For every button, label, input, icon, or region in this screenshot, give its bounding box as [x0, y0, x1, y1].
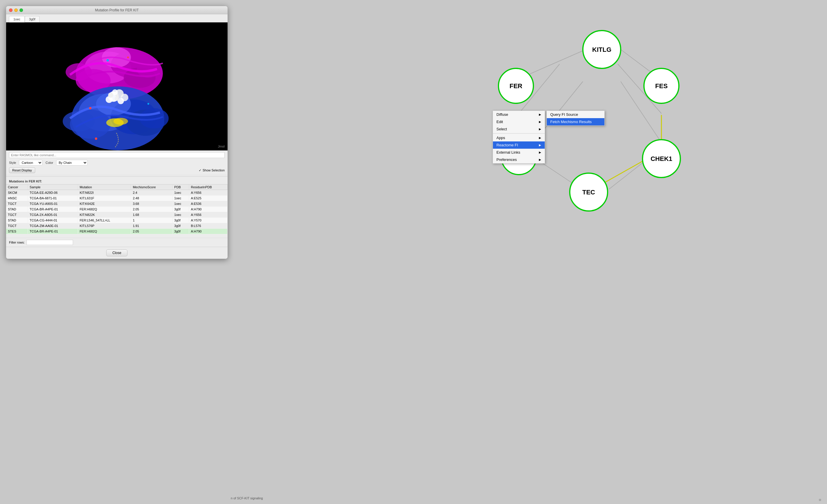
- svg-point-27: [127, 56, 129, 58]
- style-select[interactable]: Cartoon Wireframe Spacefill Ribbon Backb…: [19, 160, 43, 165]
- minimize-button-mac[interactable]: [14, 8, 18, 12]
- arrow-icon-edit: ▶: [539, 120, 541, 123]
- menu-item-apps[interactable]: Apps ▶: [493, 134, 545, 141]
- cell-residue: A:Y570: [189, 218, 227, 223]
- menu-item-diffuse[interactable]: Diffuse ▶: [493, 111, 545, 118]
- svg-point-21: [108, 93, 113, 98]
- cell-mutation: FER:H682Q: [78, 229, 131, 234]
- show-selection-container: ✓ Show Selection: [199, 168, 225, 172]
- cell-cancer: TGCT: [6, 201, 28, 207]
- table-row[interactable]: STESTCGA-BR-A4PE-01FER:H682Q2.053g0fA:H7…: [6, 229, 228, 234]
- cell-mutation: FER:L546_547LL>LL: [78, 218, 131, 223]
- maximize-button-mac[interactable]: [19, 8, 23, 12]
- scroll-indicator[interactable]: [819, 499, 821, 501]
- cell-pdb: 3g0f: [172, 229, 189, 234]
- menu-separator-1: [493, 133, 545, 134]
- cell-sample: TCGA-BR-A4PE-01: [28, 207, 78, 212]
- cell-sample: TCGA-YU-A90S-01: [28, 201, 78, 207]
- cell-score: 1.68: [131, 212, 172, 218]
- svg-point-26: [106, 59, 109, 61]
- cell-sample: TCGA-BR-A4PE-01: [28, 229, 78, 234]
- submenu-fetch-mechismo[interactable]: Fetch Mechismo Results: [547, 118, 604, 125]
- menu-item-preferences[interactable]: Preferences ▶: [493, 156, 545, 163]
- arrow-icon-preferences: ▶: [539, 158, 541, 161]
- window-title: Mutation Profile for FER KIT: [95, 8, 139, 12]
- context-menu[interactable]: Diffuse ▶ Edit ▶ Select ▶ Apps ▶ Reactom…: [493, 111, 545, 163]
- close-button[interactable]: Close: [106, 249, 128, 256]
- arrow-icon-apps: ▶: [539, 136, 541, 139]
- filter-row: Filter rows:: [6, 238, 228, 247]
- table-row[interactable]: SKCMTCGA-EE-A29D-06KIT:N822I2.41oecA:Y65…: [6, 190, 228, 196]
- tab-3g0f[interactable]: 3g0f: [25, 16, 40, 22]
- svg-point-25: [113, 118, 128, 125]
- menu-label-external-links: External Links: [496, 150, 520, 154]
- tab-bar: 1oec 3g0f: [6, 14, 228, 22]
- menu-item-edit[interactable]: Edit ▶: [493, 118, 545, 125]
- reset-row: Reset Display ✓ Show Selection: [9, 167, 225, 173]
- menu-label-diffuse: Diffuse: [496, 112, 508, 117]
- cell-score: 2.05: [131, 207, 172, 212]
- cell-cancer: TGCT: [6, 223, 28, 229]
- table-header-row: Cancer Sample Mutation MechismoScore PDB…: [6, 185, 228, 190]
- submenu-query-fi-source[interactable]: Query FI Source: [547, 111, 604, 118]
- mutation-profile-window: Mutation Profile for FER KIT 1oec 3g0f: [6, 6, 228, 259]
- cell-sample: TCGA-CG-4444-01: [28, 218, 78, 223]
- table-row[interactable]: TGCTTCGA-2X-A9D5-01KIT:N822K1.681oecA:Y6…: [6, 212, 228, 218]
- style-label: Style: [9, 161, 16, 164]
- svg-point-29: [148, 103, 149, 105]
- cell-pdb: 1oec: [172, 212, 189, 218]
- filter-input[interactable]: [27, 240, 73, 245]
- rasmol-command-input[interactable]: [9, 152, 225, 158]
- color-select[interactable]: By Chain By Residue By Temperature By St…: [56, 160, 88, 165]
- cell-score: 3.68: [131, 201, 172, 207]
- network-panel: KITLG FES FER KIT CHEK1 TEC Diffuse ▶ Ed…: [228, 0, 827, 504]
- reactome-fi-submenu[interactable]: Query FI Source Fetch Mechismo Results: [546, 111, 605, 126]
- menu-label-edit: Edit: [496, 119, 503, 124]
- cell-residue: A:E525: [189, 196, 227, 201]
- table-row[interactable]: STADTCGA-BR-A4PE-01FER:H682Q2.053g0fA:H7…: [6, 207, 228, 212]
- cell-pdb: 3g0f: [172, 223, 189, 229]
- cell-cancer: TGCT: [6, 212, 28, 218]
- table-row[interactable]: HNSCTCGA-BA-6871-01KIT:L631F2.481oecA:E5…: [6, 196, 228, 201]
- arrow-icon-diffuse: ▶: [539, 113, 541, 116]
- cell-residue: B:L576: [189, 223, 227, 229]
- window-titlebar: Mutation Profile for FER KIT: [6, 6, 228, 14]
- menu-label-reactome-fi: Reactome FI: [496, 143, 518, 147]
- filter-label: Filter rows:: [9, 241, 25, 244]
- cell-mutation: KIT:N822I: [78, 190, 131, 196]
- close-button-mac[interactable]: [9, 8, 12, 12]
- svg-point-30: [95, 138, 97, 140]
- tab-1oec[interactable]: 1oec: [9, 16, 25, 22]
- checkmark-icon: ✓: [199, 168, 201, 172]
- table-row[interactable]: TGCTTCGA-YU-A90S-01KIT:K642E3.681oecA:E5…: [6, 201, 228, 207]
- cell-cancer: STAD: [6, 207, 28, 212]
- menu-label-select: Select: [496, 127, 507, 131]
- cell-score: 2.4: [131, 190, 172, 196]
- menu-item-select[interactable]: Select ▶: [493, 125, 545, 133]
- table-row[interactable]: STADTCGA-CG-4444-01FER:L546_547LL>LL13g0…: [6, 218, 228, 223]
- svg-text:KITLG: KITLG: [592, 46, 612, 53]
- cell-cancer: SKCM: [6, 190, 28, 196]
- svg-point-28: [89, 107, 91, 109]
- cell-mutation: KIT:K642E: [78, 201, 131, 207]
- status-bar: n of SCF-KIT signaling: [228, 495, 266, 501]
- mutations-title: Mutations in FER KIT:: [6, 178, 228, 184]
- submenu-label-fetch-mechismo: Fetch Mechismo Results: [550, 119, 592, 124]
- cell-residue: A:E536: [189, 201, 227, 207]
- menu-item-reactome-fi[interactable]: Reactome FI ▶: [493, 141, 545, 149]
- svg-text:CHEK1: CHEK1: [651, 155, 673, 162]
- bottom-bar: Close: [6, 247, 228, 259]
- cell-sample: TCGA-EE-A29D-06: [28, 190, 78, 196]
- controls-row: Style Cartoon Wireframe Spacefill Ribbon…: [9, 160, 225, 165]
- menu-item-external-links[interactable]: External Links ▶: [493, 149, 545, 156]
- reset-display-button[interactable]: Reset Display: [9, 167, 35, 173]
- svg-text:TEC: TEC: [582, 189, 595, 196]
- submenu-label-query-fi: Query FI Source: [550, 112, 578, 117]
- cell-pdb: 3g0f: [172, 218, 189, 223]
- status-text: n of SCF-KIT signaling: [231, 496, 263, 500]
- cell-score: 1: [131, 218, 172, 223]
- cell-sample: TCGA-BA-6871-01: [28, 196, 78, 201]
- table-row[interactable]: TGCTTCGA-ZM-AA0E-01KIT:L576P1.913g0fB:L5…: [6, 223, 228, 229]
- mutations-table[interactable]: Cancer Sample Mutation MechismoScore PDB…: [6, 184, 228, 238]
- cell-pdb: 1oec: [172, 190, 189, 196]
